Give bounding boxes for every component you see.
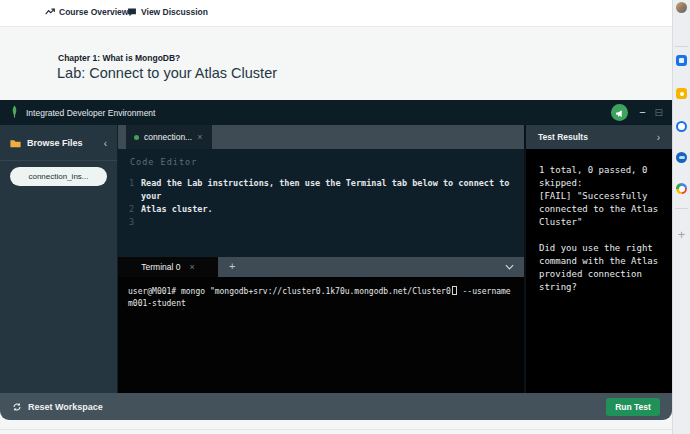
editor-tab-bar: connection... × (118, 125, 524, 149)
announcement-button[interactable] (611, 104, 628, 121)
code-editor[interactable]: Code Editor 1 Read the Lab instructions,… (118, 149, 524, 257)
test-results-header: Test Results › (526, 125, 672, 149)
unsaved-dot-icon (134, 135, 139, 140)
browse-files-header: Browse Files ‹ (0, 125, 117, 160)
terminal-text: user@M001# mongo "mongodb+srv://cluster0… (128, 286, 518, 310)
editor-column: connection... × Code Editor 1 Read the L… (118, 125, 524, 393)
popout-button[interactable]: ⊟ (655, 108, 663, 118)
megaphone-icon (615, 104, 624, 122)
top-nav-bar: Course Overview View Discussion (0, 0, 672, 27)
test-results-label: Test Results (538, 132, 588, 142)
test-results-panel: Test Results › 1 total, 0 passed, 0 skip… (524, 125, 672, 393)
ide-title: Integrated Developer Environment (26, 108, 155, 118)
expand-panel-icon[interactable]: › (657, 132, 660, 143)
terminal[interactable]: user@M001# mongo "mongodb+srv://cluster0… (118, 277, 524, 394)
sidebar-divider (0, 160, 117, 161)
ide-window: Integrated Developer Environment − ⊟ Bro… (0, 100, 672, 420)
mongodb-leaf-icon (9, 104, 20, 122)
strip-divider (675, 46, 688, 47)
line-number: 1 (124, 177, 134, 203)
view-discussion-link[interactable]: View Discussion (127, 7, 208, 17)
code-line: 2 Atlas cluster. (124, 203, 518, 216)
code-editor-watermark: Code Editor (130, 157, 197, 167)
window-bottom-edge (0, 429, 672, 430)
bookmark-google-icon[interactable] (676, 183, 687, 194)
profile-avatar[interactable] (676, 2, 687, 13)
browser-side-strip: + (672, 0, 690, 434)
collapse-sidebar-icon[interactable]: ‹ (104, 138, 107, 149)
terminal-tab-bar: Terminal 0 × + (118, 257, 524, 277)
line-text: Atlas cluster. (141, 203, 513, 216)
browse-files-panel: Browse Files ‹ connection_ins... (0, 125, 118, 393)
minimize-button[interactable]: − (639, 107, 645, 118)
ide-header: Integrated Developer Environment − ⊟ (0, 100, 672, 125)
add-bookmark-icon[interactable]: + (676, 230, 687, 241)
chapter-label: Chapter 1: What is MongoDB? (58, 53, 180, 63)
ide-body: Browse Files ‹ connection_ins... connect… (0, 125, 672, 393)
file-item-connection-instructions[interactable]: connection_ins... (10, 167, 107, 186)
reset-workspace-label: Reset Workspace (28, 402, 103, 412)
ide-footer: Reset Workspace Run Test (0, 393, 672, 420)
refresh-icon (12, 398, 22, 416)
chevron-down-icon[interactable] (505, 264, 514, 270)
line-number: 3 (124, 216, 134, 229)
code-lines: 1 Read the Lab instructions, then use th… (124, 177, 518, 229)
editor-tab-connection[interactable]: connection... × (126, 125, 212, 149)
screen: Course Overview View Discussion Chapter … (0, 0, 690, 434)
add-terminal-button[interactable]: + (229, 261, 235, 272)
chat-icon (127, 7, 137, 17)
bookmark-yellow-icon[interactable] (676, 88, 687, 99)
terminal-tab-label: Terminal 0 (141, 262, 180, 272)
page-title: Lab: Connect to your Atlas Cluster (57, 65, 277, 81)
terminal-prompt: user@M001# mongo "mongodb+srv://cluster0… (128, 287, 451, 296)
close-terminal-icon[interactable]: × (189, 262, 194, 272)
run-test-button[interactable]: Run Test (606, 398, 660, 416)
strip-divider (675, 208, 688, 209)
bookmark-blue-doc-icon[interactable] (676, 55, 687, 66)
browse-files-label: Browse Files (27, 138, 83, 148)
bookmark-blue-ring-icon[interactable] (676, 121, 687, 132)
course-overview-link[interactable]: Course Overview (45, 7, 128, 17)
code-line: 1 Read the Lab instructions, then use th… (124, 177, 518, 203)
terminal-tab-0[interactable]: Terminal 0 × (118, 257, 218, 277)
reset-workspace-button[interactable]: Reset Workspace (12, 398, 103, 416)
trending-up-icon (45, 7, 55, 17)
view-discussion-label: View Discussion (141, 7, 208, 17)
course-overview-label: Course Overview (59, 7, 128, 17)
terminal-cursor (452, 286, 457, 295)
line-text (141, 216, 513, 229)
bookmark-blue-circle-icon[interactable] (676, 152, 687, 163)
folder-icon (10, 134, 21, 152)
close-tab-icon[interactable]: × (197, 132, 202, 142)
code-line: 3 (124, 216, 518, 229)
editor-tab-label: connection... (144, 132, 192, 142)
line-number: 2 (124, 203, 134, 216)
test-results-output: 1 total, 0 passed, 0 skipped: [FAIL] "Su… (526, 149, 672, 393)
line-text: Read the Lab instructions, then use the … (141, 177, 513, 203)
